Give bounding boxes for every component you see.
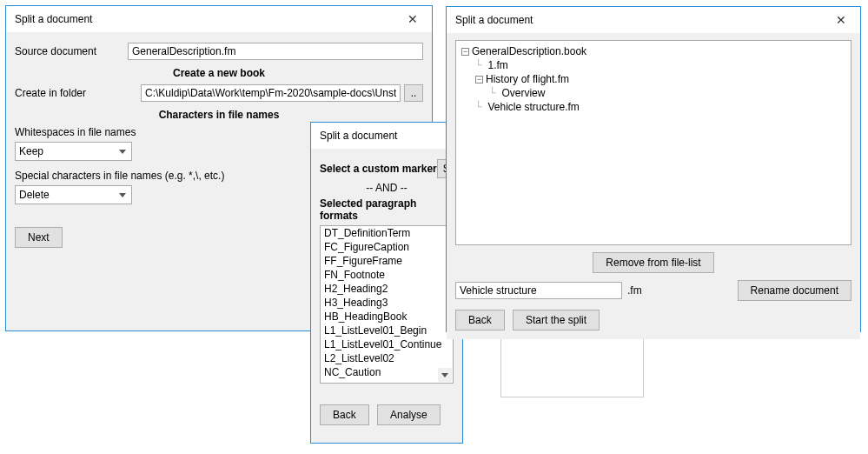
whitespace-value: Keep xyxy=(19,145,43,157)
chars-heading: Characters in file names xyxy=(15,109,423,121)
browse-button[interactable]: .. xyxy=(404,84,423,102)
create-folder-label: Create in folder xyxy=(15,87,141,99)
list-item[interactable]: DT_DefinitionTerm xyxy=(321,226,453,240)
tree-item[interactable]: └ Vehicle structure.fm xyxy=(475,100,845,114)
list-item[interactable]: NC_Caution xyxy=(321,365,453,379)
rename-document-button[interactable]: Rename document xyxy=(738,280,851,301)
list-item[interactable]: HB_HeadingBook xyxy=(321,310,453,324)
paragraph-formats-heading: Selected paragraph formats xyxy=(320,197,454,222)
close-icon[interactable]: ✕ xyxy=(831,11,851,29)
create-book-heading: Create a new book xyxy=(15,67,423,79)
close-icon[interactable]: ✕ xyxy=(402,10,423,28)
special-chars-dropdown[interactable]: Delete xyxy=(15,185,132,204)
list-item[interactable]: FC_FigureCaption xyxy=(321,240,453,254)
paragraph-formats-listbox[interactable]: DT_DefinitionTermFC_FigureCaptionFF_Figu… xyxy=(320,225,454,384)
remove-from-list-button[interactable]: Remove from file-list xyxy=(593,252,713,273)
source-document-label: Source document xyxy=(15,45,128,57)
tree-item[interactable]: −History of flight.fm xyxy=(475,72,845,86)
tree-root[interactable]: −GeneralDescription.book xyxy=(461,44,845,58)
tree-item[interactable]: └ Overview xyxy=(489,86,845,100)
analyse-button[interactable]: Analyse xyxy=(377,404,441,425)
file-tree[interactable]: −GeneralDescription.book └ 1.fm −History… xyxy=(455,40,851,245)
list-item[interactable]: H2_Heading2 xyxy=(321,282,453,296)
extension-label: .fm xyxy=(622,282,647,299)
list-item[interactable]: FF_FigureFrame xyxy=(321,254,453,268)
titlebar: Split a document xyxy=(311,123,462,149)
next-button[interactable]: Next xyxy=(15,227,63,248)
dialog-title: Split a document xyxy=(15,13,402,25)
whitespace-dropdown[interactable]: Keep xyxy=(15,142,132,161)
list-item[interactable]: L1_ListLevel01_Begin xyxy=(321,324,453,337)
collapse-icon[interactable]: − xyxy=(461,48,469,56)
dialog-title: Split a document xyxy=(320,130,454,142)
and-separator: -- AND -- xyxy=(320,182,454,194)
list-item[interactable]: FN_Footnote xyxy=(321,268,453,282)
rename-input[interactable] xyxy=(455,282,622,299)
list-item[interactable]: L1_ListLevel01_Continue xyxy=(321,337,453,351)
create-folder-input[interactable] xyxy=(141,84,401,102)
special-chars-value: Delete xyxy=(19,189,50,201)
titlebar: Split a document ✕ xyxy=(6,6,432,32)
back-button[interactable]: Back xyxy=(455,310,505,330)
list-item[interactable]: L2_ListLevel02 xyxy=(321,351,453,365)
dialog-title: Split a document xyxy=(455,14,831,26)
titlebar: Split a document ✕ xyxy=(447,7,860,33)
scroll-down-icon[interactable] xyxy=(438,368,452,382)
collapse-icon[interactable]: − xyxy=(475,76,483,83)
split-document-dialog-page3: Split a document ✕ −GeneralDescription.b… xyxy=(446,6,861,332)
source-document-input[interactable] xyxy=(128,43,423,60)
start-split-button[interactable]: Start the split xyxy=(513,310,600,330)
back-button[interactable]: Back xyxy=(320,404,369,425)
list-item[interactable]: H3_Heading3 xyxy=(321,296,453,310)
tree-item[interactable]: └ 1.fm xyxy=(475,58,845,72)
custom-marker-label: Select a custom marker xyxy=(320,163,437,175)
split-document-dialog-page2: Split a document Select a custom marker … xyxy=(310,122,463,444)
